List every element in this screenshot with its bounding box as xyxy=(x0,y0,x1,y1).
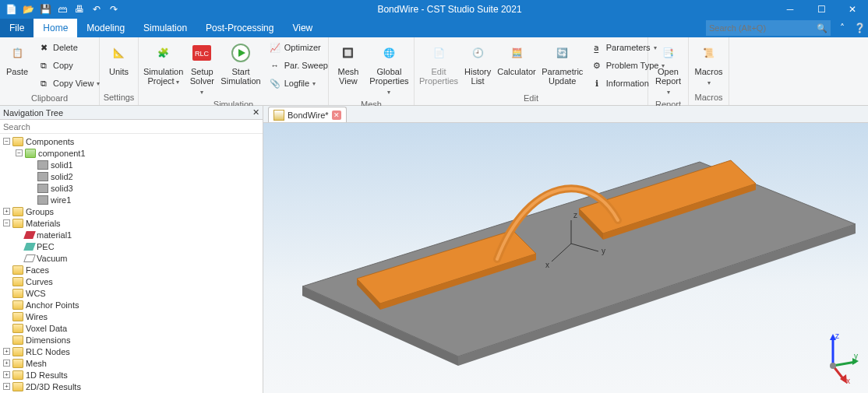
optimizer-button[interactable]: 📈Optimizer xyxy=(266,39,331,56)
tree-node-rlc[interactable]: +RLC Nodes xyxy=(0,346,263,357)
window-title: BondWire - CST Studio Suite 2021 xyxy=(125,4,774,15)
setup-solver-button[interactable]: RLC Setup Solver xyxy=(188,39,216,98)
maximize-button[interactable]: ☐ xyxy=(806,0,837,19)
simulation-project-button[interactable]: 🧩 Simulation Project xyxy=(142,39,185,88)
calculator-button[interactable]: 🧮 Calculator xyxy=(496,39,538,78)
undo-icon[interactable]: ↶ xyxy=(90,3,103,16)
orientation-triad[interactable]: z y x xyxy=(806,331,860,385)
document-tab-bondwire[interactable]: BondWire* ✕ xyxy=(268,107,347,122)
tree-node-mesh[interactable]: +Mesh xyxy=(0,357,263,369)
title-bar: 📄 📂 💾 🗃 🖶 ↶ ↷ BondWire - CST Studio Suit… xyxy=(0,0,868,19)
tree-node-wcs[interactable]: WCS xyxy=(0,287,263,299)
tree-node-wire1[interactable]: wire1 xyxy=(0,194,263,205)
navigation-tree-header: Navigation Tree ✕ xyxy=(0,106,263,120)
tree-node-curves[interactable]: Curves xyxy=(0,275,263,287)
tree-node-material1[interactable]: material1 xyxy=(0,229,263,240)
delete-button[interactable]: ✖Delete xyxy=(34,39,103,56)
navigation-tree-title: Navigation Tree xyxy=(3,108,63,118)
tree-node-wires[interactable]: Wires xyxy=(0,311,263,322)
tab-postprocessing[interactable]: Post-Processing xyxy=(196,19,283,37)
units-button[interactable]: 📐 Units xyxy=(103,39,135,78)
copy-button[interactable]: ⧉Copy xyxy=(34,57,103,74)
meshview-icon: 🔲 xyxy=(336,40,361,65)
tab-file[interactable]: File xyxy=(0,19,34,37)
delete-icon: ✖ xyxy=(37,41,50,54)
calculator-icon: 🧮 xyxy=(504,40,529,65)
new-icon[interactable]: 📄 xyxy=(5,3,17,16)
tree-node-solid2[interactable]: solid2 xyxy=(0,170,263,182)
tab-modeling[interactable]: Modeling xyxy=(77,19,134,37)
svg-text:z: z xyxy=(573,211,577,219)
tree-node-voxel[interactable]: Voxel Data xyxy=(0,322,263,334)
svg-text:z: z xyxy=(835,332,839,340)
search-icon[interactable]: 🔍 xyxy=(817,23,827,33)
macros-icon: 📜 xyxy=(697,40,722,65)
tree-node-vacuum[interactable]: Vacuum xyxy=(0,252,263,264)
ribbon-min-icon[interactable]: ˄ xyxy=(834,19,851,37)
logfile-icon: 📎 xyxy=(269,77,281,89)
tree-node-faces[interactable]: Faces xyxy=(0,264,263,275)
tree-node-2d3dresults[interactable]: +2D/3D Results xyxy=(0,381,263,392)
tree-node-component1[interactable]: −component1 xyxy=(0,147,263,159)
setup-solver-icon: RLC xyxy=(189,40,214,65)
ribbon-group-report: 📑 Open Report Report xyxy=(648,37,689,105)
view-area: BondWire* ✕ xyxy=(263,106,868,393)
information-icon: ℹ xyxy=(591,77,603,89)
simulation-project-icon: 🧩 xyxy=(151,40,176,65)
svg-text:y: y xyxy=(602,247,605,255)
tab-simulation[interactable]: Simulation xyxy=(134,19,196,37)
start-simulation-button[interactable]: Start Simulation xyxy=(219,39,262,87)
ribbon-search[interactable]: 🔍 xyxy=(706,20,831,36)
ribbon: 📋 Paste ✖Delete ⧉Copy ⧉Copy View Clipboa… xyxy=(0,37,868,106)
history-list-button[interactable]: 🕘 History List xyxy=(463,39,492,87)
redo-icon[interactable]: ↷ xyxy=(108,3,120,16)
close-icon[interactable]: ✕ xyxy=(252,107,259,118)
tree-node-groups[interactable]: +Groups xyxy=(0,205,263,217)
navigation-tree-search[interactable] xyxy=(0,120,263,134)
saveall-icon[interactable]: 🗃 xyxy=(56,3,69,16)
group-label-clipboard: Clipboard xyxy=(0,93,99,105)
edit-properties-button[interactable]: 📄 Edit Properties xyxy=(418,39,460,87)
paste-button[interactable]: 📋 Paste xyxy=(3,39,31,78)
logfile-button[interactable]: 📎Logfile xyxy=(266,75,331,92)
edit-properties-icon: 📄 xyxy=(426,40,451,65)
save-icon[interactable]: 💾 xyxy=(39,3,51,16)
parsweep-button[interactable]: ↔Par. Sweep xyxy=(266,57,331,74)
parametric-update-button[interactable]: 🔄 Parametric Update xyxy=(541,39,584,87)
print-icon[interactable]: 🖶 xyxy=(73,3,86,16)
parsweep-icon: ↔ xyxy=(269,59,281,72)
open-report-icon: 📑 xyxy=(656,40,681,65)
macros-button[interactable]: 📜 Macros xyxy=(692,39,725,89)
open-report-button[interactable]: 📑 Open Report xyxy=(651,39,685,98)
tab-home[interactable]: Home xyxy=(34,19,77,37)
tree-search-input[interactable] xyxy=(0,120,263,133)
global-properties-button[interactable]: 🌐 Global Properties xyxy=(368,39,411,98)
tree-node-1dresults[interactable]: +1D Results xyxy=(0,369,263,381)
tab-view[interactable]: View xyxy=(283,19,322,37)
global-properties-icon: 🌐 xyxy=(376,40,401,65)
copyview-button[interactable]: ⧉Copy View xyxy=(34,75,103,92)
problemtype-icon: ⚙ xyxy=(591,59,603,72)
tree-node-pec[interactable]: PEC xyxy=(0,240,263,252)
3d-viewport[interactable]: x y z z y x xyxy=(263,123,868,393)
tree-node-dimensions[interactable]: Dimensions xyxy=(0,334,263,346)
optimizer-icon: 📈 xyxy=(269,41,281,54)
search-input[interactable] xyxy=(709,23,817,33)
navigation-tree[interactable]: −Components −component1 solid1 solid2 so… xyxy=(0,134,263,393)
minimize-button[interactable]: ─ xyxy=(774,0,806,19)
group-label-settings: Settings xyxy=(100,93,138,105)
svg-text:RLC: RLC xyxy=(195,50,210,58)
tree-node-solid3[interactable]: solid3 xyxy=(0,182,263,194)
help-icon[interactable]: ❔ xyxy=(851,19,868,37)
tree-node-solid1[interactable]: solid1 xyxy=(0,159,263,170)
svg-text:x: x xyxy=(545,261,549,269)
tree-node-materials[interactable]: −Materials xyxy=(0,217,263,229)
meshview-button[interactable]: 🔲 Mesh View xyxy=(332,39,365,87)
tab-close-icon[interactable]: ✕ xyxy=(332,111,341,120)
start-simulation-icon xyxy=(228,40,253,65)
tree-node-anchor[interactable]: Anchor Points xyxy=(0,299,263,311)
tree-node-components[interactable]: −Components xyxy=(0,135,263,147)
document-icon xyxy=(273,110,284,121)
close-button[interactable]: ✕ xyxy=(837,0,868,19)
open-icon[interactable]: 📂 xyxy=(22,3,34,16)
